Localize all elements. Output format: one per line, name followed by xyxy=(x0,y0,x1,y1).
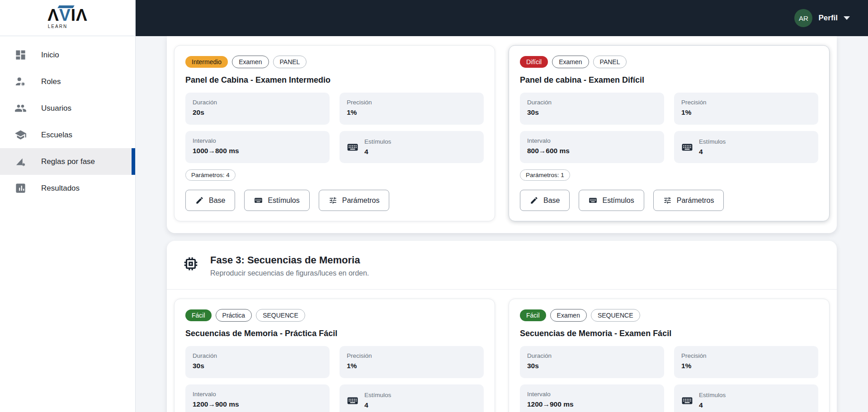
card-title: Secuencias de Memoria - Práctica Fácil xyxy=(185,329,484,338)
field-interval: Intervalo 1200→900 ms xyxy=(520,384,664,412)
field-interval: Intervalo 1000→800 ms xyxy=(185,131,330,163)
field-duration: Duración 30s xyxy=(520,93,664,125)
sidebar-item-escuelas[interactable]: Escuelas xyxy=(0,122,135,148)
field-duration: Duración 30s xyxy=(520,346,664,378)
tune-icon xyxy=(663,196,672,205)
mode-badge: Examen xyxy=(552,56,589,68)
field-precision: Precisión 1% xyxy=(340,93,484,125)
card-title: Secuencias de Memoria - Examen Fácil xyxy=(520,329,818,338)
mode-badge: Práctica xyxy=(216,309,252,322)
mode-badge: Examen xyxy=(550,309,587,322)
keyboard-icon xyxy=(681,395,693,407)
avatar[interactable]: AR xyxy=(794,9,812,27)
sidebar-item-label: Reglas por fase xyxy=(41,157,95,166)
phase-rules-icon xyxy=(14,155,27,168)
mode-badge: Examen xyxy=(232,56,269,68)
phase-title: Fase 3: Secuencias de Memoria xyxy=(210,254,369,266)
keyboard-icon xyxy=(347,141,359,153)
difficulty-badge: Intermedio xyxy=(185,56,228,68)
brand-logo: ΛVIΛ LEARN xyxy=(0,0,135,36)
pencil-icon xyxy=(195,196,204,205)
school-icon xyxy=(14,129,27,141)
brand-wordmark: ΛVIΛ xyxy=(47,7,87,23)
stimuli-button[interactable]: Estímulos xyxy=(244,190,309,211)
params-chip: Parámetros: 4 xyxy=(185,169,236,181)
keyboard-icon xyxy=(347,395,359,407)
field-stimuli: Estímulos 4 xyxy=(674,131,818,163)
sidebar-item-usuarios[interactable]: Usuarios xyxy=(0,95,135,122)
sidebar: ΛVIΛ LEARN Inicio Roles Usuarios Escuela… xyxy=(0,0,136,412)
field-stimuli: Estímulos 4 xyxy=(340,131,484,163)
profile-menu[interactable]: AR Perfil xyxy=(794,9,850,27)
rule-card-sequence-practica-facil: Fácil Práctica SEQUENCE Secuencias de Me… xyxy=(174,299,495,412)
phase-subtitle: Reproducir secuencias de figuras/luces e… xyxy=(210,269,369,277)
results-icon xyxy=(14,182,27,194)
profile-label: Perfil xyxy=(818,14,838,23)
field-duration: Duración 20s xyxy=(185,93,330,125)
sidebar-item-resultados[interactable]: Resultados xyxy=(0,175,135,201)
keyboard-icon xyxy=(681,141,693,153)
field-duration: Duración 30s xyxy=(185,346,330,378)
base-button[interactable]: Base xyxy=(520,190,570,211)
tune-icon xyxy=(329,196,337,205)
brand-sub-label: LEARN xyxy=(48,24,67,29)
keyboard-icon xyxy=(254,196,263,205)
difficulty-badge: Difícil xyxy=(520,56,548,68)
topbar: AR Perfil xyxy=(136,0,868,36)
rule-card-panel-intermedio: Intermedio Examen PANEL Panel de Cabina … xyxy=(174,45,495,221)
field-interval: Intervalo 1200→900 ms xyxy=(185,384,330,412)
phase-section-panel: Intermedio Examen PANEL Panel de Cabina … xyxy=(167,36,837,233)
difficulty-badge: Fácil xyxy=(185,309,212,321)
main-content: Intermedio Examen PANEL Panel de Cabina … xyxy=(136,36,868,412)
dashboard-icon xyxy=(14,49,27,61)
field-interval: Intervalo 800→600 ms xyxy=(520,131,664,163)
parameters-button[interactable]: Parámetros xyxy=(319,190,390,211)
card-title: Panel de cabina - Examen Difícil xyxy=(520,75,818,85)
type-badge: SEQUENCE xyxy=(256,309,305,322)
users-icon xyxy=(14,102,27,114)
chevron-down-icon xyxy=(844,16,850,20)
field-precision: Precisión 1% xyxy=(674,346,818,378)
pencil-icon xyxy=(530,196,538,205)
base-button[interactable]: Base xyxy=(185,190,235,211)
sidebar-item-reglas-por-fase[interactable]: Reglas por fase xyxy=(0,148,135,175)
chip-icon xyxy=(182,255,199,272)
rule-card-panel-dificil: Difícil Examen PANEL Panel de cabina - E… xyxy=(509,45,830,221)
parameters-button[interactable]: Parámetros xyxy=(653,190,724,211)
keyboard-icon xyxy=(589,196,597,205)
sidebar-item-inicio[interactable]: Inicio xyxy=(0,42,135,68)
difficulty-badge: Fácil xyxy=(520,309,546,321)
type-badge: SEQUENCE xyxy=(591,309,640,322)
rule-card-sequence-examen-facil: Fácil Examen SEQUENCE Secuencias de Memo… xyxy=(509,299,830,412)
type-badge: PANEL xyxy=(593,56,627,68)
card-title: Panel de Cabina - Examen Intermedio xyxy=(185,75,484,85)
sidebar-item-roles[interactable]: Roles xyxy=(0,68,135,95)
field-stimuli: Estímulos 4 xyxy=(674,384,818,412)
sidebar-item-label: Inicio xyxy=(41,51,59,60)
stimuli-button[interactable]: Estímulos xyxy=(579,190,644,211)
sidebar-item-label: Roles xyxy=(41,77,61,86)
field-stimuli: Estímulos 4 xyxy=(340,384,484,412)
type-badge: PANEL xyxy=(273,56,307,68)
sidebar-item-label: Resultados xyxy=(41,184,80,193)
phase-section-panel: Fase 3: Secuencias de Memoria Reproducir… xyxy=(167,241,837,412)
manage-accounts-icon xyxy=(14,75,27,88)
params-chip: Parámetros: 1 xyxy=(520,169,570,181)
sidebar-item-label: Escuelas xyxy=(41,131,72,140)
field-precision: Precisión 1% xyxy=(340,346,484,378)
sidebar-item-label: Usuarios xyxy=(41,104,71,113)
field-precision: Precisión 1% xyxy=(674,93,818,125)
